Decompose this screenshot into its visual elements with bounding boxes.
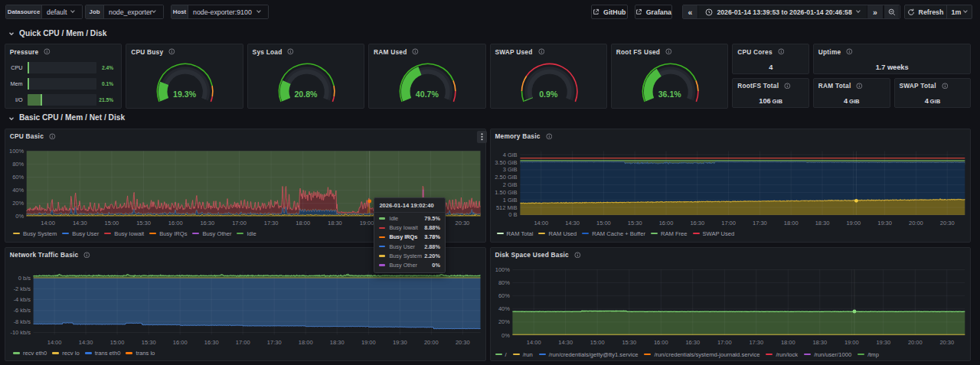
svg-text:18:30: 18:30 — [328, 219, 342, 226]
svg-text:40%: 40% — [498, 305, 510, 312]
svg-text:20%: 20% — [12, 200, 24, 207]
svg-text:16:00: 16:00 — [658, 219, 673, 226]
svg-text:-8 kb/s: -8 kb/s — [14, 318, 31, 324]
svg-text:19:30: 19:30 — [393, 338, 407, 345]
svg-text:17:00: 17:00 — [721, 219, 736, 226]
svg-text:40%: 40% — [12, 187, 24, 194]
svg-text:18:30: 18:30 — [812, 339, 827, 346]
svg-text:0 B: 0 B — [508, 211, 517, 218]
svg-text:14:00: 14:00 — [526, 339, 541, 346]
svg-text:100%: 100% — [9, 147, 24, 154]
svg-text:17:00: 17:00 — [236, 338, 250, 345]
svg-text:20%: 20% — [498, 318, 510, 325]
svg-text:18:30: 18:30 — [330, 338, 345, 345]
svg-text:15:00: 15:00 — [105, 219, 119, 226]
svg-text:512 MiB: 512 MiB — [496, 204, 517, 210]
svg-text:0%: 0% — [15, 213, 24, 220]
svg-text:60%: 60% — [498, 292, 510, 299]
svg-text:100%: 100% — [495, 266, 509, 273]
svg-text:20:30: 20:30 — [456, 338, 470, 345]
svg-text:20:00: 20:00 — [908, 339, 923, 346]
svg-text:-10 kb/s: -10 kb/s — [10, 329, 31, 336]
svg-text:16:30: 16:30 — [200, 219, 214, 226]
svg-text:15:30: 15:30 — [622, 339, 636, 346]
svg-text:17:00: 17:00 — [717, 339, 732, 346]
svg-text:14:30: 14:30 — [565, 219, 580, 226]
svg-text:19:00: 19:00 — [846, 219, 861, 226]
svg-text:14:30: 14:30 — [558, 339, 573, 346]
svg-text:14:30: 14:30 — [79, 338, 93, 345]
svg-text:16:00: 16:00 — [173, 338, 188, 345]
svg-text:19:00: 19:00 — [361, 338, 376, 345]
svg-text:14:00: 14:00 — [41, 219, 55, 226]
svg-text:14:30: 14:30 — [73, 219, 87, 226]
svg-text:15:00: 15:00 — [596, 219, 611, 226]
svg-text:18:00: 18:00 — [296, 219, 310, 226]
svg-text:1 GiB: 1 GiB — [502, 196, 517, 203]
svg-text:18:30: 18:30 — [815, 219, 829, 226]
svg-text:17:30: 17:30 — [753, 219, 767, 226]
svg-text:15:30: 15:30 — [142, 338, 156, 345]
svg-text:16:00: 16:00 — [654, 339, 668, 346]
svg-text:60%: 60% — [12, 174, 24, 181]
svg-text:19:30: 19:30 — [876, 339, 890, 346]
svg-text:20:30: 20:30 — [939, 339, 954, 346]
svg-text:18:00: 18:00 — [299, 338, 313, 345]
svg-text:17:30: 17:30 — [264, 219, 279, 226]
svg-text:14:00: 14:00 — [47, 338, 62, 345]
svg-text:1.50 GiB: 1.50 GiB — [495, 188, 517, 195]
svg-text:15:00: 15:00 — [590, 339, 604, 346]
svg-text:15:00: 15:00 — [110, 338, 125, 345]
svg-text:19:00: 19:00 — [844, 339, 859, 346]
svg-text:-2 kb/s: -2 kb/s — [14, 285, 31, 292]
svg-text:20:30: 20:30 — [456, 219, 470, 226]
svg-text:15:30: 15:30 — [136, 219, 151, 226]
svg-text:20:00: 20:00 — [909, 219, 923, 226]
svg-text:19:00: 19:00 — [360, 219, 374, 226]
svg-text:17:30: 17:30 — [749, 339, 763, 346]
svg-text:15:30: 15:30 — [627, 219, 642, 226]
svg-text:20:30: 20:30 — [939, 219, 954, 226]
svg-text:20:00: 20:00 — [424, 338, 439, 345]
svg-text:16:30: 16:30 — [690, 219, 704, 226]
svg-text:17:30: 17:30 — [267, 338, 282, 345]
svg-text:4 GiB: 4 GiB — [502, 151, 517, 158]
svg-text:16:30: 16:30 — [204, 338, 219, 345]
svg-text:2 GiB: 2 GiB — [502, 181, 517, 188]
svg-text:0 b/s: 0 b/s — [18, 274, 31, 281]
svg-text:3 GiB: 3 GiB — [502, 166, 517, 173]
svg-text:-6 kb/s: -6 kb/s — [14, 307, 31, 314]
svg-text:-4 kb/s: -4 kb/s — [14, 296, 31, 303]
svg-text:14:00: 14:00 — [534, 219, 548, 226]
svg-text:18:00: 18:00 — [783, 219, 798, 226]
svg-text:2.50 GiB: 2.50 GiB — [495, 174, 517, 181]
svg-text:16:00: 16:00 — [168, 219, 183, 226]
svg-text:80%: 80% — [12, 161, 24, 168]
svg-text:19:30: 19:30 — [877, 219, 892, 226]
svg-text:16:30: 16:30 — [685, 339, 700, 346]
svg-text:80%: 80% — [498, 279, 510, 286]
svg-text:0%: 0% — [501, 331, 510, 338]
svg-text:3.50 GiB: 3.50 GiB — [495, 158, 517, 165]
svg-text:18:00: 18:00 — [781, 339, 795, 346]
svg-text:17:00: 17:00 — [232, 219, 247, 226]
